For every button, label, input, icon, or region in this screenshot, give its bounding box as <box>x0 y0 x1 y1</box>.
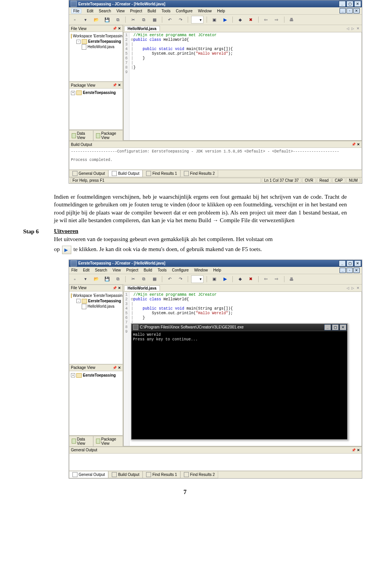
editor-tab-helloworld[interactable]: HelloWorld.java <box>124 26 160 31</box>
menu-help[interactable]: Help <box>217 9 225 13</box>
compile-button[interactable]: ▣ <box>210 275 219 283</box>
print-button[interactable]: 🖶 <box>288 275 296 283</box>
tab-prev-icon[interactable]: ◁ <box>346 27 349 30</box>
abort-button[interactable]: ✖ <box>247 16 255 23</box>
run-button[interactable]: ▶ <box>221 16 229 23</box>
undo-button[interactable]: ↶ <box>165 275 174 283</box>
save-all-button[interactable]: ⧉ <box>114 275 122 283</box>
menu-configure[interactable]: Configure <box>176 9 192 13</box>
menu-project[interactable]: Project <box>126 268 138 272</box>
save-button[interactable]: 💾 <box>103 16 111 23</box>
undo-button[interactable]: ↶ <box>165 16 174 23</box>
editor-tab-helloworld[interactable]: HelloWorld.java <box>124 285 160 291</box>
debug-button[interactable]: ◆ <box>236 275 244 283</box>
menu-project[interactable]: Project <box>130 9 142 13</box>
back-button[interactable]: ⇦ <box>262 16 270 23</box>
cut-button[interactable]: ✂ <box>129 275 137 283</box>
abort-button[interactable]: ✖ <box>247 275 255 283</box>
paste-button[interactable]: ▦ <box>150 16 159 23</box>
pin-icon[interactable]: 📌 <box>113 27 117 30</box>
close-icon[interactable]: ✕ <box>118 366 121 370</box>
tab-prev-icon[interactable]: ◁ <box>346 286 349 290</box>
pin-icon[interactable]: 📌 <box>113 286 117 290</box>
console-maximize-button[interactable]: ▢ <box>332 324 339 330</box>
package-view-tree[interactable]: +EersteToepassing <box>69 89 123 130</box>
config-dropdown[interactable]: ▾ <box>191 16 204 23</box>
mdi-restore-button[interactable]: ▫ <box>346 8 353 13</box>
minimize-button[interactable]: _ <box>339 260 346 266</box>
close-button[interactable]: ✕ <box>354 1 361 7</box>
close-icon[interactable]: ✕ <box>118 27 121 30</box>
pin-icon[interactable]: 📌 <box>352 448 356 452</box>
menu-window[interactable]: Window <box>198 9 212 13</box>
print-button[interactable]: 🖶 <box>288 16 296 23</box>
forward-button[interactable]: ⇨ <box>272 275 281 283</box>
console-minimize-button[interactable]: _ <box>324 324 331 330</box>
console-close-button[interactable]: ✕ <box>340 324 346 330</box>
open-button[interactable]: 📂 <box>92 275 101 283</box>
save-button[interactable]: 💾 <box>103 275 111 283</box>
copy-button[interactable]: ⧉ <box>140 16 148 23</box>
build-output-body[interactable]: --------------------Configuration: Eerst… <box>69 148 362 170</box>
new-button[interactable]: ▫ <box>71 16 79 23</box>
console-output[interactable]: Hallo Wereld Press any key to continue..… <box>131 331 347 439</box>
cut-button[interactable]: ✂ <box>129 16 137 23</box>
mdi-minimize-button[interactable]: _ <box>340 268 346 273</box>
menu-window[interactable]: Window <box>194 268 208 272</box>
run-button[interactable]: ▶ <box>221 275 229 283</box>
menu-search[interactable]: Search <box>95 268 107 272</box>
package-view-tab[interactable]: Package View <box>93 436 123 446</box>
pin-icon[interactable]: 📌 <box>113 366 117 370</box>
find-results-2-tab[interactable]: Find Results 2 <box>180 170 218 177</box>
paste-button[interactable]: ▦ <box>150 275 159 283</box>
find-results-2-tab[interactable]: Find Results 2 <box>180 471 218 478</box>
data-view-tab[interactable]: Data View <box>69 436 93 446</box>
close-button[interactable]: ✕ <box>354 260 361 266</box>
package-view-tab[interactable]: Package View <box>93 130 123 141</box>
mdi-close-button[interactable]: ✕ <box>353 8 360 13</box>
general-output-tab[interactable]: General Output <box>69 170 108 177</box>
menu-tools[interactable]: Tools <box>158 268 166 272</box>
general-output-tab[interactable]: General Output <box>69 471 108 478</box>
save-all-button[interactable]: ⧉ <box>114 16 122 23</box>
find-results-1-tab[interactable]: Find Results 1 <box>143 471 180 478</box>
forward-button[interactable]: ⇨ <box>272 16 281 23</box>
redo-button[interactable]: ↷ <box>176 275 185 283</box>
pin-icon[interactable]: 📌 <box>113 83 117 87</box>
code-editor[interactable]: 123456789 //Mijn eerste programma met JC… <box>123 32 362 141</box>
redo-button[interactable]: ↷ <box>176 16 185 23</box>
menu-file[interactable]: File <box>71 268 77 272</box>
collapse-icon[interactable]: - <box>76 299 81 303</box>
data-view-tab[interactable]: Data View <box>69 130 93 141</box>
menu-file[interactable]: File <box>71 8 81 13</box>
copy-button[interactable]: ⧉ <box>140 275 148 283</box>
pin-icon[interactable]: 📌 <box>352 142 356 146</box>
expand-icon[interactable]: + <box>71 373 75 377</box>
collapse-icon[interactable]: - <box>76 40 81 44</box>
find-results-1-tab[interactable]: Find Results 1 <box>143 170 180 177</box>
menu-edit[interactable]: Edit <box>87 9 93 13</box>
build-output-tab[interactable]: Build Output <box>108 471 143 478</box>
maximize-button[interactable]: ▢ <box>346 260 353 266</box>
menu-build[interactable]: Build <box>144 268 152 272</box>
minimize-button[interactable]: _ <box>339 1 346 7</box>
mdi-close-button[interactable]: ✕ <box>353 268 360 273</box>
tab-next-icon[interactable]: ▷ <box>352 286 354 290</box>
menu-tools[interactable]: Tools <box>161 9 170 13</box>
new-dropdown-icon[interactable]: ▾ <box>81 16 90 23</box>
menu-help[interactable]: Help <box>213 268 221 272</box>
menu-configure[interactable]: Configure <box>172 268 188 272</box>
file-view-tree[interactable]: Workspace 'EersteToepassing': 1 Project … <box>69 291 123 364</box>
maximize-button[interactable]: ▢ <box>346 1 353 7</box>
menu-search[interactable]: Search <box>99 9 111 13</box>
close-icon[interactable]: ✕ <box>118 286 121 290</box>
menu-view[interactable]: View <box>116 9 125 13</box>
menu-view[interactable]: View <box>113 268 121 272</box>
tab-close-icon[interactable]: ✕ <box>357 27 360 30</box>
file-view-tree[interactable]: Workspace 'EersteToepassing': 1 Project … <box>69 32 123 82</box>
general-output-body[interactable] <box>69 454 362 471</box>
tab-next-icon[interactable]: ▷ <box>352 27 354 30</box>
tab-close-icon[interactable]: ✕ <box>357 286 360 290</box>
close-icon[interactable]: ✕ <box>357 448 360 452</box>
expand-icon[interactable]: + <box>71 91 75 95</box>
